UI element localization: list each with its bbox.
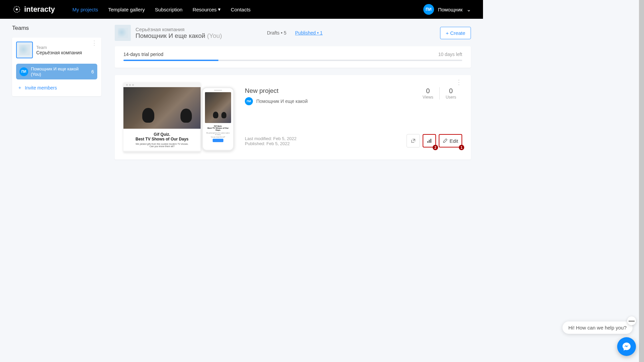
teams-card: Team Серьёзная компания ⋮ ПИ Помощник И … (12, 38, 101, 96)
users-count: 0 (446, 87, 456, 95)
user-avatar: ПИ (423, 4, 434, 15)
owner-name: Помощник И еще какой (You) (136, 32, 222, 40)
preview-title1: Gif Quiz. (129, 132, 195, 137)
nav-template-gallery[interactable]: Template gallery (108, 7, 145, 12)
trial-remaining: 10 days left (438, 52, 462, 57)
edit-button[interactable]: Edit 1 (439, 134, 462, 147)
header-user[interactable]: ПИ Помощник ⌄ (423, 4, 471, 15)
phone-sub: We picked gifs from the coolest modern T… (206, 132, 230, 135)
sidebar: Teams Team Серьёзная компания ⋮ ПИ Помощ… (12, 25, 101, 265)
main-header: Серьёзная компания Помощник И еще какой … (115, 25, 471, 41)
nav-my-projects[interactable]: My projects (72, 7, 98, 12)
header: interacty My projects Template gallery S… (0, 0, 483, 19)
project-thumbnail[interactable]: Gif Quiz. Best TV Shows of Our Days We p… (123, 82, 234, 152)
sidebar-title: Teams (12, 25, 101, 32)
project-meta: Last modified: Feb 5, 2022 Published: Fe… (245, 136, 297, 146)
company-name: Серьёзная компания (136, 26, 222, 32)
user-name: Помощник (438, 7, 463, 12)
team-label: Team (36, 45, 97, 50)
views-label: Views (423, 95, 433, 100)
team-menu-icon[interactable]: ⋮ (91, 42, 97, 44)
nav-resources[interactable]: Resources ▾ (193, 6, 221, 12)
member-avatar: ПИ (19, 67, 28, 76)
users-label: Users (446, 95, 456, 100)
logo-icon (12, 5, 21, 14)
project-menu-icon[interactable]: ⋮ (455, 81, 462, 83)
desktop-preview: Gif Quiz. Best TV Shows of Our Days We p… (123, 82, 201, 152)
member-name: Помощник И еще какой (You) (31, 66, 89, 77)
main-nav: My projects Template gallery Subscriptio… (72, 6, 251, 12)
brand-name: interacty (24, 5, 55, 14)
open-button[interactable] (407, 134, 420, 147)
author-avatar: ПИ (245, 97, 253, 105)
svg-point-1 (16, 8, 18, 10)
badge-2: 2 (433, 145, 438, 150)
published-link[interactable]: Published • 1 (295, 30, 323, 36)
drafts-count: Drafts • 5 (267, 30, 286, 36)
nav-resources-label: Resources (193, 7, 217, 12)
pencil-icon (443, 138, 447, 143)
preview-sub2: Can you know them all? (129, 145, 195, 147)
head-stats: Drafts • 5 Published • 1 (267, 30, 323, 36)
chevron-down-icon: ⌄ (467, 6, 471, 13)
company-avatar (115, 25, 131, 41)
caret-down-icon: ▾ (218, 6, 221, 12)
create-button[interactable]: + Create (440, 27, 471, 39)
nav-contacts[interactable]: Contacts (231, 7, 251, 12)
svg-rect-2 (427, 141, 428, 143)
logo[interactable]: interacty (12, 5, 55, 14)
external-link-icon (411, 138, 416, 143)
svg-rect-3 (429, 140, 430, 143)
project-card: Gif Quiz. Best TV Shows of Our Days We p… (115, 75, 471, 160)
published-date: Published: Feb 5, 2022 (245, 141, 297, 146)
preview-sub: We picked gifs from the coolest modern T… (129, 143, 195, 145)
phone-sub2: Can you know them all? (206, 136, 230, 138)
project-stats: 0 Views 0 Users (417, 87, 462, 100)
author-name: Помощник И еще какой (256, 99, 308, 104)
invite-label: Invite members (25, 85, 57, 90)
trial-card: 14-days trial period 10 days left (115, 46, 471, 68)
main-content: Серьёзная компания Помощник И еще какой … (115, 25, 471, 265)
preview-title2: Best TV Shows of Our Days (129, 137, 195, 141)
badge-1: 1 (459, 145, 464, 150)
mobile-preview: Gif Quiz. Best TV Shows of Our Days We p… (202, 87, 234, 151)
trial-title: 14-days trial period (123, 52, 163, 57)
phone-title2: Best TV Shows of Our Days (206, 127, 230, 131)
trial-progress (123, 60, 462, 61)
invite-members[interactable]: ＋ Invite members (16, 83, 97, 92)
nav-subscription[interactable]: Subscription (155, 7, 183, 12)
views-count: 0 (423, 87, 433, 95)
phone-start-btn (213, 139, 223, 142)
last-modified: Last modified: Feb 5, 2022 (245, 136, 297, 141)
team-avatar (16, 42, 33, 58)
member-row[interactable]: ПИ Помощник И еще какой (You) 6 (16, 64, 97, 79)
team-name: Серьёзная компания (36, 50, 97, 55)
owner-you: (You) (207, 32, 222, 39)
project-info: ⋮ New project ПИ Помощник И еще какой La… (234, 82, 462, 152)
edit-label: Edit (449, 138, 458, 144)
bar-chart-icon (427, 138, 432, 143)
member-count: 6 (91, 69, 94, 74)
plus-icon: ＋ (17, 85, 22, 91)
team-row[interactable]: Team Серьёзная компания ⋮ (16, 42, 97, 62)
svg-rect-4 (430, 139, 431, 143)
project-actions: 2 Edit 1 (407, 134, 462, 147)
analytics-button[interactable]: 2 (423, 134, 436, 147)
owner-name-text: Помощник И еще какой (136, 32, 205, 39)
